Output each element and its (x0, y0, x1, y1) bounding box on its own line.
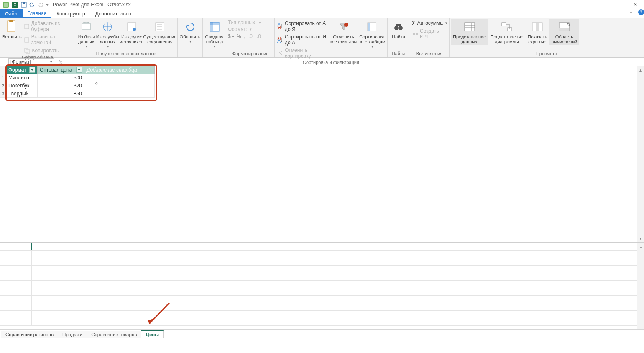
paste-button[interactable]: Вставить (2, 19, 22, 40)
filter-icon[interactable] (29, 67, 35, 73)
svg-text:.0: .0 (248, 33, 253, 39)
increase-decimal-icon[interactable]: .0 (248, 33, 253, 41)
group-sort-filter-caption: Сортировка и фильтрация (276, 59, 386, 65)
redo-icon[interactable] (38, 2, 43, 8)
clear-filters-button[interactable]: Отменить все фильтры (330, 19, 358, 45)
cell-price[interactable]: 850 (38, 90, 84, 98)
sheet-tab-regions[interactable]: Справочник регионов (1, 331, 58, 338)
paste-replace-button[interactable]: Вставить с заменой (23, 33, 73, 46)
column-header-price[interactable]: Оптовая цена (38, 66, 84, 74)
percent-button[interactable]: % (237, 33, 241, 41)
data-type-row[interactable]: Тип данных:▾ (228, 19, 273, 26)
tab-file[interactable]: Файл (0, 9, 23, 18)
row-header[interactable]: 3 (0, 90, 6, 98)
column-header-add[interactable]: Добавление столбца (84, 66, 155, 74)
data-grid[interactable]: Формат Оптовая цена Добавление столбца 1… (0, 66, 644, 242)
tab-advanced[interactable]: Дополнительно (90, 9, 136, 18)
filter-icon[interactable] (76, 67, 82, 73)
clipboard-plus-icon (24, 23, 30, 30)
autosum-button[interactable]: ΣАвтосумма▾ (411, 19, 447, 27)
decrease-decimal-icon[interactable]: .0 (256, 33, 262, 41)
existing-connections-button[interactable]: Существующие соединения (144, 19, 176, 45)
calculation-area[interactable]: ▴ (0, 242, 644, 329)
measure-cell[interactable] (0, 281, 32, 288)
close-button[interactable]: ✕ (629, 0, 641, 9)
grid-icon (463, 20, 476, 33)
calc-area-button[interactable]: fxОбласть вычислений (549, 19, 579, 45)
sheet-tab-prices[interactable]: Цены (141, 330, 164, 338)
maximize-button[interactable] (616, 0, 629, 9)
sort-by-columns-button[interactable]: Сортировка по столбцам▾ (358, 19, 386, 49)
group-get-data-caption: Получение внешних данных (77, 51, 176, 56)
sheet-tab-sales[interactable]: Продажи (58, 331, 87, 338)
cell-add[interactable] (84, 90, 155, 98)
from-database-button[interactable]: Из базы данных▾ (77, 19, 95, 49)
measure-cell[interactable] (0, 288, 32, 295)
scroll-down-icon[interactable]: ▾ (637, 235, 644, 242)
format-row[interactable]: Формат:▾ (228, 26, 273, 33)
cell-price[interactable]: 500 (38, 74, 84, 82)
measure-cell[interactable] (0, 251, 32, 258)
from-other-label: Из других источников (120, 34, 143, 44)
cell-format[interactable]: Покетбук (6, 82, 38, 90)
sort-az-button[interactable]: АЯСортировать от А до Я (276, 20, 329, 33)
from-service-button[interactable]: Из службы данных▾ (96, 19, 119, 49)
currency-button[interactable]: $▾ (228, 33, 234, 41)
diagram-view-button[interactable]: Представление диаграммы (488, 19, 525, 45)
find-button[interactable]: Найти (389, 19, 408, 40)
data-view-button[interactable]: Представление данных (451, 19, 488, 45)
data-type-label: Тип данных: (228, 20, 256, 26)
scroll-up-icon[interactable]: ▴ (637, 243, 644, 250)
minimize-button[interactable]: — (604, 0, 616, 9)
measure-cell[interactable] (0, 296, 32, 303)
svg-rect-9 (25, 24, 29, 29)
group-sort-filter: АЯСортировать от А до Я ЯАСортировать от… (275, 18, 388, 57)
svg-point-31 (394, 26, 399, 30)
scroll-up-icon[interactable]: ▴ (637, 66, 644, 73)
save-icon[interactable] (21, 2, 27, 8)
cell-price[interactable]: 320 (38, 82, 84, 90)
corner-cell[interactable] (0, 66, 6, 74)
refresh-button[interactable]: Обновить▾ (179, 19, 201, 44)
tab-home[interactable]: Главная (23, 9, 52, 18)
copy-button[interactable]: Копировать (23, 47, 73, 54)
comma-button[interactable]: , (243, 33, 245, 41)
row-header[interactable]: 1 (0, 74, 6, 82)
measure-cell[interactable] (0, 258, 32, 265)
pivot-table-label: Сводная таблица (205, 34, 223, 44)
name-box[interactable]: [Формат]▾ (8, 58, 54, 66)
vertical-scrollbar[interactable]: ▴ ▾ (637, 66, 644, 242)
name-box-dropdown-icon[interactable]: ▾ (50, 60, 52, 64)
measure-cell[interactable] (0, 318, 32, 325)
row-header[interactable]: 2 (0, 82, 6, 90)
sheet-tab-products[interactable]: Справочник товаров (87, 331, 141, 338)
cell-format[interactable]: Твердый ... (6, 90, 38, 98)
column-header-format[interactable]: Формат (6, 66, 38, 74)
help-icon[interactable]: ? (638, 9, 644, 15)
qat-dropdown-icon[interactable]: ▾ (46, 2, 49, 8)
calc-area-scrollbar[interactable]: ▴ (637, 243, 644, 329)
autosum-label: Автосумма (417, 20, 443, 26)
clear-sort-button[interactable]: Отменить сортировку (276, 47, 329, 59)
measure-cell[interactable] (0, 273, 32, 280)
measure-cell[interactable] (0, 266, 32, 273)
group-get-data: Из базы данных▾ Из службы данных▾ Из дру… (75, 18, 178, 57)
tab-design[interactable]: Конструктор (51, 9, 90, 18)
pivot-table-button[interactable]: Сводная таблица▾ (204, 19, 224, 49)
group-clipboard: Вставить Добавить из буфера Вставить с з… (0, 18, 75, 57)
fx-label[interactable]: fx (59, 59, 62, 64)
measure-cell-selected[interactable] (0, 243, 32, 250)
paste-append-button[interactable]: Добавить из буфера (23, 20, 73, 33)
show-hidden-button[interactable]: Показать скрытые (526, 19, 549, 45)
create-kpi-button[interactable]: Создать KPI (411, 28, 447, 40)
measure-cell[interactable] (0, 311, 32, 318)
copy-icon (24, 47, 31, 54)
show-hidden-label: Показать скрытые (528, 34, 547, 44)
from-other-button[interactable]: Из других источников (120, 19, 143, 45)
undo-icon[interactable] (29, 2, 35, 8)
cell-format[interactable]: Мягкая о... (6, 74, 38, 82)
sort-za-label: Сортировать от Я до А (285, 34, 328, 46)
measure-cell[interactable] (0, 303, 32, 310)
sort-za-button[interactable]: ЯАСортировать от Я до А (276, 33, 329, 46)
collapse-ribbon-icon[interactable]: ˄ (626, 9, 636, 18)
